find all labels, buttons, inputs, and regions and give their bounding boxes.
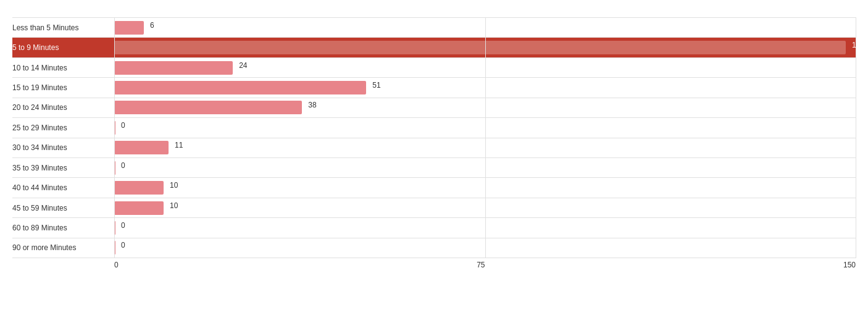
bar-value: 0: [121, 121, 125, 130]
bar-fill: 10: [114, 201, 164, 215]
bar-value: 6: [150, 21, 154, 30]
x-axis-tick: 150: [843, 261, 856, 269]
bar-fill: 38: [114, 101, 302, 114]
bar-label: 45 to 59 Minutes: [12, 204, 114, 212]
x-axis-tick: 0: [114, 261, 119, 269]
x-axis: 075150: [114, 258, 856, 277]
bar-row: Less than 5 Minutes6: [12, 17, 856, 38]
bar-label: 25 to 29 Minutes: [12, 124, 114, 132]
chart-body: Less than 5 Minutes65 to 9 Minutes14810 …: [12, 17, 856, 277]
bar-row: 5 to 9 Minutes148: [12, 38, 856, 57]
bar-row: 35 to 39 Minutes0: [12, 158, 856, 178]
bars-area: Less than 5 Minutes65 to 9 Minutes14810 …: [12, 17, 856, 258]
bar-row: 15 to 19 Minutes51: [12, 78, 856, 98]
bar-fill: 10: [114, 181, 164, 195]
bar-value: 0: [121, 161, 125, 170]
bar-fill: 51: [114, 81, 366, 94]
bar-value: 24: [239, 61, 247, 70]
bar-label: 5 to 9 Minutes: [12, 43, 114, 52]
grid-line-max: [856, 17, 856, 258]
bar-row: 25 to 29 Minutes0: [12, 118, 856, 138]
x-axis-tick: 75: [477, 261, 485, 269]
bar-label: 90 or more Minutes: [12, 243, 114, 252]
bar-label: 15 to 19 Minutes: [12, 83, 114, 92]
bar-value: 51: [372, 81, 380, 90]
bar-label: 40 to 44 Minutes: [12, 183, 114, 192]
bar-row: 40 to 44 Minutes10: [12, 178, 856, 198]
bar-row: 45 to 59 Minutes10: [12, 198, 856, 218]
bar-fill: 24: [114, 61, 233, 75]
bar-value: 11: [175, 141, 183, 149]
bar-value: 10: [170, 201, 178, 210]
bar-label: 20 to 24 Minutes: [12, 103, 114, 112]
bar-row: 10 to 14 Minutes24: [12, 58, 856, 78]
bar-label: Less than 5 Minutes: [12, 23, 114, 32]
bar-fill: 6: [114, 21, 144, 35]
bar-value: 0: [121, 241, 125, 250]
chart-container: Less than 5 Minutes65 to 9 Minutes14810 …: [0, 0, 868, 323]
bar-label: 10 to 14 Minutes: [12, 64, 114, 72]
bar-label: 35 to 39 Minutes: [12, 164, 114, 172]
bar-row: 60 to 89 Minutes0: [12, 218, 856, 238]
bar-value: 148: [852, 41, 864, 49]
bar-row: 90 or more Minutes0: [12, 238, 856, 258]
bar-value: 10: [170, 181, 178, 190]
bar-label: 30 to 34 Minutes: [12, 143, 114, 152]
grid-line-0: [114, 17, 115, 258]
bar-row: 20 to 24 Minutes38: [12, 98, 856, 118]
bar-row: 30 to 34 Minutes11: [12, 138, 856, 158]
bar-value: 38: [308, 101, 316, 109]
grid-line-mid: [485, 17, 486, 258]
bar-value: 0: [121, 221, 125, 230]
bar-label: 60 to 89 Minutes: [12, 224, 114, 232]
bar-fill: 148: [114, 41, 846, 54]
bar-fill: 11: [114, 141, 169, 154]
